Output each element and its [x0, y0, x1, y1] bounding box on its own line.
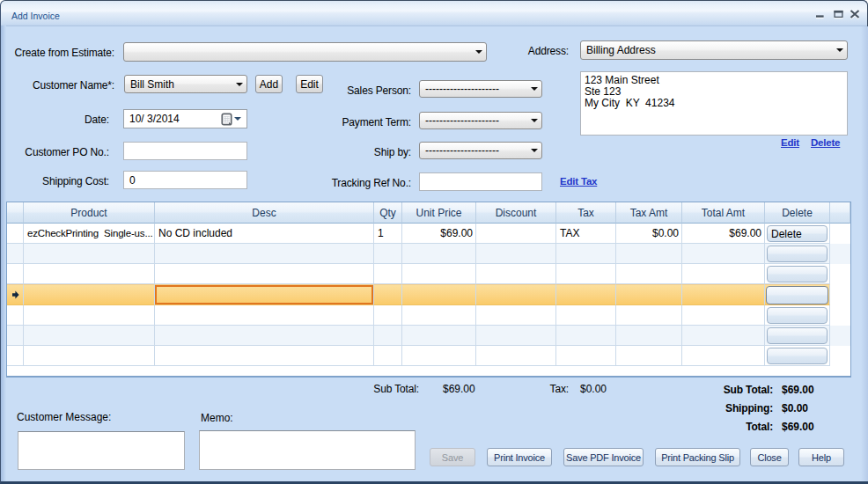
print-invoice-button[interactable]: Print Invoice [487, 448, 552, 466]
footer-print-packing-button-text: Print Packing Slip [656, 452, 739, 463]
grid-cell[interactable] [155, 264, 374, 284]
grid-cell[interactable] [402, 346, 476, 366]
row1-unit-price[interactable]: $69.00 [402, 224, 476, 244]
help-button[interactable]: Help [798, 448, 844, 466]
grid-cell[interactable] [616, 264, 682, 284]
grid-cell[interactable] [24, 284, 155, 305]
grid-cell[interactable] [476, 244, 556, 264]
grid-cell[interactable] [402, 305, 476, 326]
grid-cell[interactable] [155, 244, 374, 264]
grid-cell[interactable] [616, 305, 682, 326]
row1-product[interactable]: ezCheckPrinting Single-us... [24, 224, 155, 244]
grid-cell[interactable] [476, 284, 556, 305]
row6-selector[interactable] [7, 326, 24, 346]
grid-cell[interactable] [682, 244, 765, 264]
grid-cell[interactable] [402, 326, 476, 346]
grid-cell[interactable] [682, 326, 765, 346]
grid-cell[interactable] [616, 244, 682, 264]
grid-cell[interactable] [374, 305, 402, 326]
grid-cell[interactable] [556, 244, 616, 264]
grid-cell[interactable] [402, 264, 476, 284]
row1-discount[interactable] [476, 224, 556, 244]
grid-cell[interactable] [374, 326, 402, 346]
grid-cell[interactable] [556, 305, 616, 326]
row3-selector[interactable] [7, 264, 24, 284]
grid-cell[interactable] [155, 346, 374, 366]
grid-cell[interactable] [682, 305, 765, 326]
row1-selector[interactable] [7, 224, 24, 244]
tracking-ref-input[interactable] [419, 172, 542, 191]
save-pdf-invoice-button[interactable]: Save PDF Invoice [563, 448, 644, 466]
row5-selector[interactable] [7, 305, 24, 326]
customer-name-combo[interactable]: Bill Smith [124, 75, 247, 93]
grid-cell[interactable] [682, 346, 765, 366]
address-text: 123 Main Street Ste 123 My City KY 41234 [585, 75, 675, 109]
date-picker[interactable]: 10/ 3/2014 [123, 109, 247, 128]
grid-cell[interactable] [476, 346, 556, 366]
row1-tax[interactable]: TAX [556, 224, 616, 244]
grid-cell[interactable] [374, 264, 402, 284]
customer-po-input[interactable] [123, 142, 247, 160]
save-button[interactable]: Save [430, 448, 475, 466]
row2-delete-button[interactable] [767, 246, 828, 262]
grid-cell[interactable] [374, 284, 402, 305]
grid-cell[interactable] [374, 346, 402, 366]
table-rows-0-qty-text: 1 [378, 227, 384, 239]
row1-tax-amt[interactable]: $0.00 [616, 224, 682, 244]
grid-cell[interactable] [24, 346, 155, 366]
grid-cell[interactable] [476, 326, 556, 346]
grid-cell[interactable] [155, 305, 374, 326]
address-delete-link[interactable]: Delete [811, 137, 840, 148]
row7-selector[interactable] [7, 346, 24, 366]
row1-total-amt[interactable]: $69.00 [682, 224, 765, 244]
grid-cell[interactable] [374, 244, 402, 264]
row3-delete-button[interactable] [767, 266, 828, 282]
date-value: 10/ 3/2014 [129, 113, 180, 125]
estimate-combo[interactable] [123, 42, 487, 62]
grid-cell[interactable] [616, 284, 682, 305]
grid-cell[interactable] [476, 305, 556, 326]
grid-cell[interactable] [556, 326, 616, 346]
grid-cell[interactable] [24, 244, 155, 264]
edit-tax-link[interactable]: Edit Tax [560, 176, 597, 187]
close-button[interactable] [845, 0, 864, 25]
address-edit-link[interactable]: Edit [781, 137, 799, 148]
ship-by-combo[interactable]: --------------------- [419, 142, 542, 159]
row5-delete-button[interactable] [767, 307, 828, 324]
grid-cell[interactable] [556, 284, 616, 305]
row4-delete-button[interactable] [766, 286, 828, 304]
grid-cell[interactable] [24, 264, 155, 284]
grid-cell[interactable] [682, 284, 765, 305]
memo-input[interactable] [199, 430, 416, 470]
grid-cell[interactable] [402, 244, 476, 264]
grid-cell[interactable] [682, 264, 765, 284]
row1-delete-button[interactable]: Delete [767, 225, 828, 242]
address-combo[interactable]: Billing Address [580, 40, 848, 60]
customer-message-input[interactable] [18, 431, 185, 470]
header-delete: Delete [765, 202, 830, 224]
grid-cell[interactable] [476, 264, 556, 284]
row1-desc[interactable]: No CD included [155, 224, 374, 244]
minimize-button[interactable] [810, 0, 829, 25]
row7-delete-button[interactable] [767, 348, 828, 364]
grid-cell[interactable] [402, 284, 476, 305]
table-headers-desc-text: Desc [155, 207, 373, 219]
row2-selector[interactable] [7, 244, 24, 264]
grid-cell[interactable] [556, 346, 616, 366]
print-packing-slip-button[interactable]: Print Packing Slip [655, 448, 740, 466]
grid-cell[interactable] [616, 346, 682, 366]
grid-cell[interactable] [24, 305, 155, 326]
grid-cell[interactable] [616, 326, 682, 346]
grid-cell[interactable] [24, 326, 155, 346]
sales-person-combo[interactable]: --------------------- [419, 80, 542, 98]
row4-selector[interactable] [7, 284, 24, 305]
selected-cell[interactable] [155, 284, 374, 305]
grid-cell[interactable] [556, 264, 616, 284]
grid-cell[interactable] [155, 326, 374, 346]
row1-qty[interactable]: 1 [374, 224, 402, 244]
close-window-button[interactable]: Close [750, 448, 789, 466]
payment-term-combo[interactable]: --------------------- [419, 112, 542, 129]
row6-delete-button[interactable] [767, 327, 828, 344]
titlebar[interactable]: Add Invoice [0, 0, 868, 26]
shipping-cost-input[interactable]: 0 [123, 171, 247, 189]
